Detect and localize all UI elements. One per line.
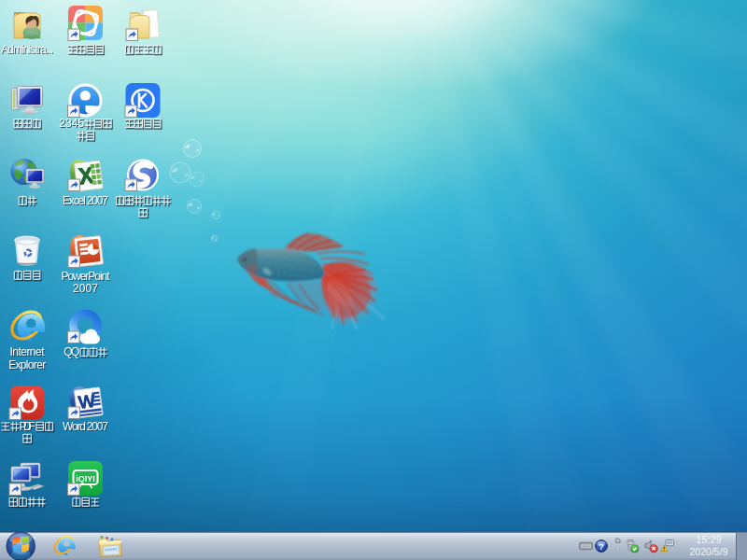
- svg-text:Word 2007: Word 2007: [63, 420, 108, 433]
- svg-text:2020/5/9: 2020/5/9: [690, 546, 728, 557]
- svg-text:Excel 2007: Excel 2007: [63, 194, 108, 207]
- svg-text:?: ?: [599, 541, 604, 552]
- svg-text:15:29: 15:29: [697, 534, 722, 545]
- svg-text:PDF: PDF: [20, 420, 35, 433]
- svg-text:2007: 2007: [73, 282, 98, 295]
- svg-text:QQ: QQ: [63, 345, 79, 358]
- svg-text:Administra...: Administra...: [1, 43, 53, 56]
- svg-text:iQIYI: iQIYI: [76, 474, 95, 483]
- svg-text:Explorer: Explorer: [8, 358, 46, 371]
- svg-text:Internet: Internet: [10, 345, 46, 358]
- svg-text:2345: 2345: [59, 117, 84, 130]
